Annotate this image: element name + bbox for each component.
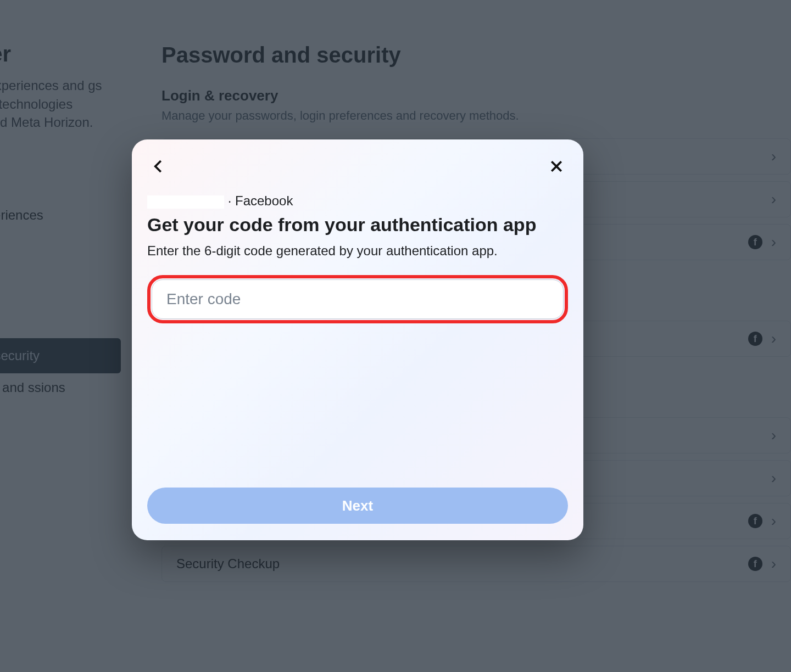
modal-account-line: · Facebook	[147, 193, 568, 209]
modal-header	[147, 155, 568, 178]
code-input[interactable]	[152, 279, 564, 319]
back-button[interactable]	[147, 155, 170, 178]
chevron-left-icon	[151, 158, 167, 175]
redacted-name	[147, 195, 224, 209]
modal-spacer	[147, 323, 568, 488]
two-factor-modal: · Facebook Get your code from your authe…	[132, 139, 583, 540]
modal-overlay: · Facebook Get your code from your authe…	[0, 0, 791, 672]
code-input-highlight	[147, 275, 568, 323]
modal-account-suffix: · Facebook	[224, 193, 293, 208]
modal-subtitle: Enter the 6-digit code generated by your…	[147, 243, 568, 259]
close-button[interactable]	[545, 155, 568, 178]
modal-title: Get your code from your authentication a…	[147, 214, 568, 236]
next-button[interactable]: Next	[147, 488, 568, 524]
close-icon	[548, 158, 565, 175]
